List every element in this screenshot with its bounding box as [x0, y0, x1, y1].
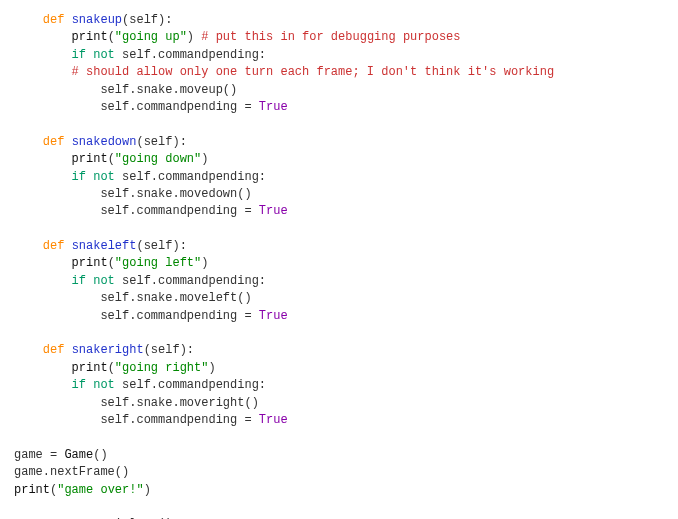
string-literal: "game over!"	[57, 483, 143, 497]
indent	[14, 187, 100, 201]
call: self.snake.movedown()	[100, 187, 251, 201]
colon: :	[259, 48, 266, 62]
call-print: print	[72, 256, 108, 270]
keyword-ifnot: if not	[72, 274, 115, 288]
indent	[14, 378, 72, 392]
attr: self.commandpending	[122, 274, 259, 288]
indent	[14, 152, 72, 166]
close-paren: )	[187, 30, 194, 44]
call-print: print	[72, 152, 108, 166]
indent	[14, 100, 100, 114]
attr: self.commandpending	[122, 48, 259, 62]
attr: self.commandpending	[100, 100, 237, 114]
indent	[14, 361, 72, 375]
indent	[14, 291, 100, 305]
indent	[14, 135, 43, 149]
indent	[14, 256, 72, 270]
attr: self.commandpending	[122, 170, 259, 184]
signature: (self):	[144, 343, 194, 357]
signature: (self):	[122, 13, 172, 27]
indent	[14, 83, 100, 97]
indent	[14, 343, 43, 357]
call-print: print	[72, 30, 108, 44]
signature: (self):	[136, 135, 186, 149]
stmt: game =	[14, 448, 64, 462]
indent	[14, 13, 43, 27]
function-name: snakeup	[72, 13, 122, 27]
attr: self.commandpending	[100, 309, 237, 323]
code-block: def snakeup(self): print("going up") # p…	[14, 12, 664, 519]
string-literal: "going right"	[115, 361, 209, 375]
function-name: snakeright	[72, 343, 144, 357]
keyword-def: def	[43, 135, 65, 149]
comment: # should allow only one turn each frame;…	[72, 65, 554, 79]
keyword-ifnot: if not	[72, 378, 115, 392]
eq: =	[237, 100, 259, 114]
indent	[14, 48, 72, 62]
indent	[14, 170, 72, 184]
const-true: True	[259, 100, 288, 114]
keyword-def: def	[43, 13, 65, 27]
parens: ()	[93, 448, 107, 462]
call-print: print	[14, 483, 50, 497]
call: self.snake.moveright()	[100, 396, 258, 410]
call: self.snake.moveleft()	[100, 291, 251, 305]
open-paren: (	[108, 152, 115, 166]
signature: (self):	[136, 239, 186, 253]
call-print: print	[72, 361, 108, 375]
indent	[14, 204, 100, 218]
const-true: True	[259, 204, 288, 218]
indent	[14, 65, 72, 79]
keyword-def: def	[43, 239, 65, 253]
open-paren: (	[108, 361, 115, 375]
close-paren: )	[144, 483, 151, 497]
attr: self.commandpending	[122, 378, 259, 392]
indent	[14, 396, 100, 410]
string-literal: "going up"	[115, 30, 187, 44]
indent	[14, 30, 72, 44]
colon: :	[259, 274, 266, 288]
indent	[14, 413, 100, 427]
const-true: True	[259, 309, 288, 323]
open-paren: (	[108, 30, 115, 44]
open-paren: (	[108, 256, 115, 270]
function-name: snakeleft	[72, 239, 137, 253]
keyword-ifnot: if not	[72, 170, 115, 184]
attr: self.commandpending	[100, 204, 237, 218]
class-name: Game	[64, 448, 93, 462]
eq: =	[237, 309, 259, 323]
indent	[14, 274, 72, 288]
stmt: game.nextFrame()	[14, 465, 129, 479]
indent	[14, 309, 100, 323]
eq: =	[237, 204, 259, 218]
indent	[14, 239, 43, 253]
function-name: snakedown	[72, 135, 137, 149]
string-literal: "going down"	[115, 152, 201, 166]
eq: =	[237, 413, 259, 427]
colon: :	[259, 170, 266, 184]
close-paren: )	[208, 361, 215, 375]
attr: self.commandpending	[100, 413, 237, 427]
close-paren: )	[201, 256, 208, 270]
const-true: True	[259, 413, 288, 427]
colon: :	[259, 378, 266, 392]
keyword-ifnot: if not	[72, 48, 115, 62]
keyword-def: def	[43, 343, 65, 357]
string-literal: "going left"	[115, 256, 201, 270]
call: self.snake.moveup()	[100, 83, 237, 97]
comment: # put this in for debugging purposes	[194, 30, 460, 44]
close-paren: )	[201, 152, 208, 166]
